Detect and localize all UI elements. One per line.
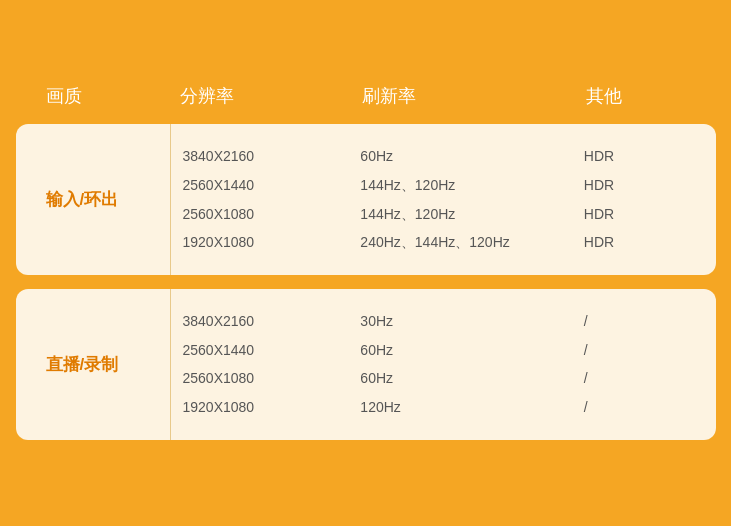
res-entry-0-1: 2560X1440 bbox=[183, 171, 351, 200]
other-col-0: HDR HDR HDR HDR bbox=[574, 142, 716, 257]
oth-entry-1-0: / bbox=[584, 307, 716, 336]
resolution-col-1: 3840X2160 2560X1440 2560X1080 1920X1080 bbox=[171, 307, 351, 422]
oth-entry-1-2: / bbox=[584, 364, 716, 393]
row-inner-0: 输入/环出 3840X2160 2560X1440 2560X1080 1920… bbox=[16, 124, 716, 275]
row-section-0: 输入/环出 3840X2160 2560X1440 2560X1080 1920… bbox=[16, 124, 716, 275]
oth-entry-0-3: HDR bbox=[584, 228, 716, 257]
refresh-col-0: 60Hz 144Hz、120Hz 144Hz、120Hz 240Hz、144Hz… bbox=[350, 142, 573, 257]
ref-entry-1-3: 120Hz bbox=[360, 393, 573, 422]
header-refresh: 刷新率 bbox=[352, 84, 576, 108]
ref-entry-0-1: 144Hz、120Hz bbox=[360, 171, 573, 200]
quality-cell-0: 输入/环出 bbox=[16, 124, 170, 275]
quality-cell-1: 直播/录制 bbox=[16, 289, 170, 440]
header-other: 其他 bbox=[576, 84, 716, 108]
row-inner-1: 直播/录制 3840X2160 2560X1440 2560X1080 1920… bbox=[16, 289, 716, 440]
quality-label-1: 直播/录制 bbox=[46, 353, 119, 376]
resolution-col-0: 3840X2160 2560X1440 2560X1080 1920X1080 bbox=[171, 142, 351, 257]
other-col-1: / / / / bbox=[574, 307, 716, 422]
oth-entry-1-1: / bbox=[584, 336, 716, 365]
header-quality: 画质 bbox=[16, 84, 170, 108]
main-container: 画质 分辨率 刷新率 其他 输入/环出 3840X2160 2560X1440 … bbox=[16, 72, 716, 454]
quality-label-0: 输入/环出 bbox=[46, 188, 119, 211]
res-entry-0-3: 1920X1080 bbox=[183, 228, 351, 257]
ref-entry-1-2: 60Hz bbox=[360, 364, 573, 393]
right-cols-0: 3840X2160 2560X1440 2560X1080 1920X1080 … bbox=[170, 124, 716, 275]
ref-entry-0-3: 240Hz、144Hz、120Hz bbox=[360, 228, 573, 257]
refresh-col-1: 30Hz 60Hz 60Hz 120Hz bbox=[350, 307, 573, 422]
ref-entry-0-0: 60Hz bbox=[360, 142, 573, 171]
res-entry-1-2: 2560X1080 bbox=[183, 364, 351, 393]
oth-entry-1-3: / bbox=[584, 393, 716, 422]
oth-entry-0-2: HDR bbox=[584, 200, 716, 229]
row-section-1: 直播/录制 3840X2160 2560X1440 2560X1080 1920… bbox=[16, 289, 716, 440]
res-entry-0-2: 2560X1080 bbox=[183, 200, 351, 229]
oth-entry-0-1: HDR bbox=[584, 171, 716, 200]
res-entry-1-3: 1920X1080 bbox=[183, 393, 351, 422]
res-entry-1-1: 2560X1440 bbox=[183, 336, 351, 365]
ref-entry-1-1: 60Hz bbox=[360, 336, 573, 365]
res-entry-1-0: 3840X2160 bbox=[183, 307, 351, 336]
res-entry-0-0: 3840X2160 bbox=[183, 142, 351, 171]
ref-entry-1-0: 30Hz bbox=[360, 307, 573, 336]
table-header: 画质 分辨率 刷新率 其他 bbox=[16, 72, 716, 124]
oth-entry-0-0: HDR bbox=[584, 142, 716, 171]
right-cols-1: 3840X2160 2560X1440 2560X1080 1920X1080 … bbox=[170, 289, 716, 440]
header-resolution: 分辨率 bbox=[170, 84, 352, 108]
ref-entry-0-2: 144Hz、120Hz bbox=[360, 200, 573, 229]
